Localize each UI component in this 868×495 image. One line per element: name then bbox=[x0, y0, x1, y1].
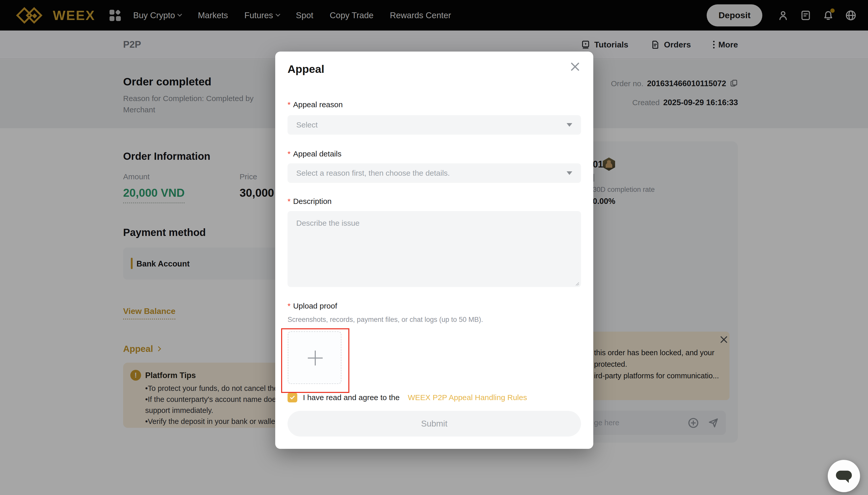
upload-proof-tile[interactable] bbox=[288, 331, 341, 384]
appeal-modal: Appeal * Appeal reason Select * Appeal d… bbox=[275, 52, 593, 449]
required-asterisk: * bbox=[288, 100, 291, 109]
upload-proof-label: Upload proof bbox=[293, 302, 337, 310]
appeal-reason-placeholder: Select bbox=[296, 121, 318, 129]
appeal-reason-select[interactable]: Select bbox=[288, 115, 581, 135]
appeal-details-label-row: * Appeal details bbox=[288, 150, 341, 158]
weex-p2p-order-page: WEEX Buy Crypto Markets Futures Spot bbox=[0, 0, 868, 495]
upload-proof-label-row: * Upload proof bbox=[288, 302, 337, 310]
appeal-modal-title: Appeal bbox=[288, 63, 324, 75]
appeal-reason-label: Appeal reason bbox=[293, 100, 343, 109]
required-asterisk: * bbox=[288, 150, 291, 158]
description-textarea[interactable] bbox=[288, 211, 581, 287]
description-label-row: * Description bbox=[288, 197, 331, 206]
submit-button[interactable]: Submit bbox=[288, 411, 581, 437]
required-asterisk: * bbox=[288, 197, 291, 206]
agreement-checkbox[interactable] bbox=[288, 393, 297, 403]
plus-icon bbox=[315, 351, 316, 365]
chat-bubble-tail bbox=[845, 479, 849, 483]
description-label: Description bbox=[293, 197, 331, 206]
support-chat-fab[interactable] bbox=[828, 460, 860, 492]
appeal-details-label: Appeal details bbox=[293, 150, 341, 158]
checkbox-check-icon bbox=[289, 394, 295, 400]
select-caret-icon bbox=[567, 171, 572, 175]
appeal-details-placeholder: Select a reason first, then choose the d… bbox=[296, 169, 450, 177]
upload-helper-text: Screenshots, records, payment files, or … bbox=[288, 316, 483, 324]
agreement-row: I have read and agree to the WEEX P2P Ap… bbox=[288, 393, 527, 403]
appeal-rules-link[interactable]: WEEX P2P Appeal Handling Rules bbox=[408, 393, 527, 402]
agreement-text: I have read and agree to the bbox=[303, 393, 399, 402]
chat-bubble-icon bbox=[836, 471, 852, 480]
modal-close-icon[interactable] bbox=[569, 61, 581, 72]
required-asterisk: * bbox=[288, 302, 291, 310]
appeal-reason-label-row: * Appeal reason bbox=[288, 100, 343, 109]
select-caret-icon bbox=[567, 123, 572, 127]
appeal-details-select[interactable]: Select a reason first, then choose the d… bbox=[288, 164, 581, 183]
